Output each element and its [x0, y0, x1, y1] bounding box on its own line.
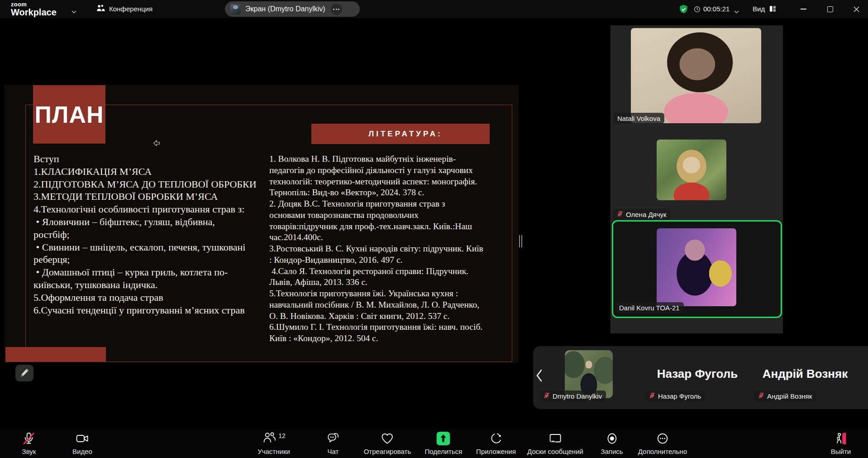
- plan-line: ростбіф;: [33, 228, 257, 241]
- slide-title: ПЛАН: [35, 101, 104, 128]
- chat-icon: [326, 431, 340, 445]
- participant-name-tag: Олена Дячук: [613, 209, 671, 220]
- tab-meeting[interactable]: Конференция: [96, 4, 153, 14]
- participants-count-badge: 12: [278, 432, 286, 439]
- participant-name: Андрій Возняк: [767, 392, 812, 400]
- security-shield-icon[interactable]: [678, 4, 689, 16]
- mic-muted-icon: [649, 392, 655, 400]
- share-screen-button[interactable]: Поделиться: [425, 431, 463, 455]
- mouse-cursor-icon: [153, 140, 160, 148]
- participant-name: Олена Дячук: [626, 211, 667, 218]
- share-screen-label: Поделиться: [425, 448, 463, 455]
- more-button[interactable]: Дополнительно: [638, 431, 687, 455]
- chat-button[interactable]: Чат: [326, 431, 340, 455]
- literature-line: 4.Сало Я. Технологія рестораної справи: …: [269, 266, 483, 277]
- audio-label: Звук: [22, 448, 36, 455]
- mic-muted-large-icon: [22, 431, 36, 445]
- video-button[interactable]: Видео: [72, 431, 92, 455]
- participant-name-tag: Danil Kovru TOA-21: [615, 302, 684, 313]
- whiteboard-icon: [548, 431, 562, 445]
- shared-screen-slide: ПЛАН Вступ1.КЛАСИФІКАЦІЯ М’ЯСА2.ПІДГОТОВ…: [5, 85, 519, 363]
- literature-line: 2. Доцяк В.С. Технологія приготування ст…: [269, 198, 483, 210]
- participant-name-tag: Андрій Возняк: [754, 391, 816, 401]
- filmstrip-prev-icon[interactable]: [534, 365, 544, 386]
- plan-line: 5.Оформлення та подача страв: [33, 291, 257, 304]
- minimize-button[interactable]: [793, 0, 813, 18]
- logo-line2: Workplace: [11, 8, 57, 17]
- meeting-toolbar: Звук Видео: [0, 429, 868, 458]
- more-label: Дополнительно: [638, 448, 687, 455]
- participant-name: Назар Фуголь: [658, 392, 701, 400]
- literature-line: технологій: теоретико-методичний аспект:…: [269, 176, 483, 188]
- participants-label: Участники: [258, 448, 290, 455]
- apps-label: Приложения: [476, 448, 516, 455]
- literature-line: педагогів до професійної діяльності у га…: [269, 165, 483, 176]
- share-screen-icon: [437, 431, 450, 445]
- video-tile-natali[interactable]: [631, 28, 761, 123]
- timer-chevron-down-icon[interactable]: [734, 7, 739, 15]
- leave-label: Выйти: [831, 448, 851, 455]
- panel-resize-handle[interactable]: [519, 235, 522, 247]
- clock-icon: [694, 6, 701, 14]
- shared-screen-label: Экран (Dmytro Danylkiv): [245, 5, 325, 13]
- literature-list: 1. Волкова Н. В. Підготовка майбутніх ін…: [269, 154, 483, 344]
- participant-name: Natali Volkova: [617, 115, 660, 122]
- zoom-window: zoom Workplace Конференция Экран (Dmytro…: [0, 0, 868, 458]
- plan-line: 4.Технологічні особливості приготування …: [33, 203, 257, 216]
- annotate-pencil-button[interactable]: [15, 365, 33, 381]
- close-button[interactable]: [846, 0, 866, 18]
- view-layout-icon[interactable]: [769, 5, 777, 14]
- filmstrip-panel: Dmytro Danylkiv Назар Фуголь Назар Фугол…: [533, 346, 868, 409]
- record-label: Запись: [601, 448, 623, 455]
- leave-button[interactable]: Выйти: [831, 431, 851, 455]
- more-ellipsis-icon: [656, 431, 669, 445]
- video-tile-danil: [657, 228, 736, 306]
- chevron-down-icon[interactable]: [72, 7, 76, 15]
- react-label: Отреагировать: [364, 448, 411, 455]
- literature-line: 1. Волкова Н. В. Підготовка майбутніх ін…: [269, 154, 483, 165]
- literature-line: 6.Шумило Г. І. Технологія приготування ї…: [269, 322, 483, 333]
- participants-button[interactable]: 12 Участники: [258, 431, 290, 455]
- slide-title-box: ПЛАН: [33, 85, 105, 144]
- tab-shared-screen[interactable]: Экран (Dmytro Danylkiv): [225, 1, 360, 17]
- audio-button[interactable]: Звук: [22, 431, 36, 455]
- participants-icon: [262, 431, 276, 446]
- literature-line: основами товарознавства продовольчих: [269, 210, 483, 221]
- participant-name: Dmytro Danylkiv: [553, 392, 602, 400]
- video-tile-olena[interactable]: [657, 140, 726, 200]
- record-icon: [605, 431, 619, 445]
- tile-display-name[interactable]: Назар Фуголь: [657, 367, 738, 381]
- participant-name-tag: Natali Volkova: [613, 113, 664, 124]
- whiteboards-button[interactable]: Доски сообщений: [527, 431, 583, 455]
- plan-line: київськи, тушкована індичка.: [33, 279, 257, 291]
- literature-header: ЛІТЕРАТУРА:: [358, 130, 442, 139]
- participants-group-icon: [96, 4, 105, 14]
- plan-list: Вступ1.КЛАСИФІКАЦІЯ М’ЯСА2.ПІДГОТОВКА М’…: [33, 153, 257, 316]
- tile-display-name[interactable]: Андрій Возняк: [763, 367, 848, 381]
- camera-icon: [76, 431, 89, 445]
- record-button[interactable]: Запись: [601, 431, 623, 455]
- literature-header-box: ЛІТЕРАТУРА:: [311, 124, 490, 144]
- apps-button[interactable]: Приложения: [476, 431, 516, 455]
- restore-button[interactable]: [820, 0, 840, 18]
- titlebar: zoom Workplace Конференция Экран (Dmytro…: [0, 0, 868, 18]
- tab-meeting-label: Конференция: [109, 5, 153, 13]
- view-button-label[interactable]: Вид: [753, 5, 765, 13]
- leave-door-icon: [834, 431, 848, 445]
- literature-line: : Кондор-Видавництво, 2016. 497 с.: [269, 255, 483, 266]
- active-speaker-tile[interactable]: Danil Kovru TOA-21: [612, 220, 782, 318]
- more-options-icon[interactable]: [331, 4, 342, 15]
- literature-line: навчальний посібник / В. М. Михайлов, Л.…: [269, 299, 483, 311]
- slide-footer-strip: [5, 347, 106, 362]
- apps-icon: [489, 431, 503, 445]
- plan-line: Вступ: [33, 153, 257, 165]
- literature-line: Львів, Афіша, 2013. 336 с.: [269, 277, 483, 288]
- logo-line1: zoom: [11, 1, 57, 7]
- literature-line: О. В. Новікова. Харків : Світ книги, 201…: [269, 311, 483, 322]
- mic-muted-icon: [544, 392, 550, 400]
- literature-line: Тернопіль: Вид-во «Вектор», 2024. 378 с.: [269, 187, 483, 198]
- literature-line: Київ : «Кондор», 2012. 504 с.: [269, 333, 483, 344]
- react-button[interactable]: Отреагировать: [364, 431, 411, 455]
- plan-line: 2.ПІДГОТОВКА М’ЯСА ДО ТЕПЛОВОЇ ОБРОБКИ: [33, 178, 257, 191]
- video-label: Видео: [72, 448, 92, 455]
